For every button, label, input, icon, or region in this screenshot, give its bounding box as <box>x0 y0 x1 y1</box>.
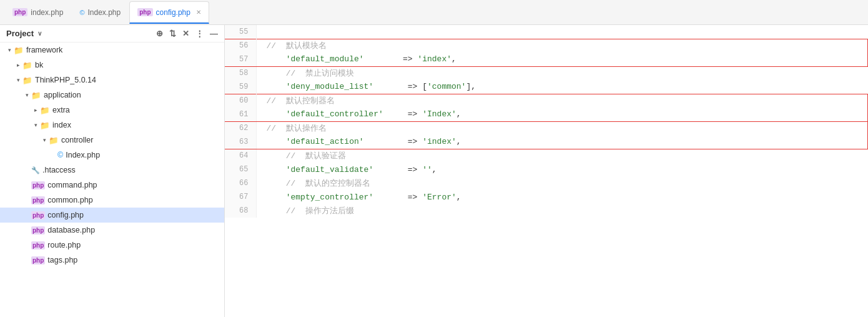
code-string: '' <box>422 165 432 174</box>
tree-item-common-php[interactable]: php common.php <box>0 193 224 208</box>
code-string: 'default_validate' <box>286 165 373 174</box>
toggle-bk[interactable]: ▸ <box>14 62 22 68</box>
tree-item-index-php-file[interactable]: © Index.php <box>0 148 224 163</box>
table-row: 57 'default_module' => 'index', <box>225 53 868 66</box>
toggle-application[interactable]: ▾ <box>22 92 31 98</box>
php-file-icon-command: php <box>31 181 45 189</box>
line-code: // 默认验证器 <box>256 149 868 163</box>
tree-label-command-php: command.php <box>47 181 97 189</box>
tree-item-application[interactable]: ▾ 📁 application <box>0 88 224 103</box>
tree-item-command-php[interactable]: php command.php <box>0 178 224 193</box>
tab-index-php[interactable]: php index.php <box>5 1 71 24</box>
tree-label-index: index <box>52 121 71 129</box>
tree-label-route-php: route.php <box>47 241 81 249</box>
toggle-controller[interactable]: ▾ <box>40 137 49 143</box>
line-code: 'deny_module_list' => ['common'], <box>256 80 868 94</box>
tree-label-application: application <box>44 91 81 99</box>
tree-item-controller[interactable]: ▾ 📁 controller <box>0 133 224 148</box>
line-number: 60 <box>225 94 256 108</box>
tree-item-database-php[interactable]: php database.php <box>0 223 224 238</box>
table-row: 58 // 禁止访问模块 <box>225 66 868 80</box>
comment: // 操作方法后缀 <box>286 206 354 216</box>
tab-bar: php index.php © Index.php php config.php… <box>0 0 868 25</box>
table-row: 65 'default_validate' => '', <box>225 163 868 176</box>
code-string: 'default_controller' <box>286 109 383 119</box>
line-number: 68 <box>225 204 256 218</box>
line-number: 59 <box>225 80 256 94</box>
tab-Index-php-label: Index.php <box>87 8 121 17</box>
table-row: 66 // 默认的空控制器名 <box>225 176 868 190</box>
php-icon-active: php <box>137 8 152 16</box>
toggle-framework[interactable]: ▾ <box>5 47 14 53</box>
table-row: 55 <box>225 25 868 39</box>
sort-icon[interactable]: ⇅ <box>169 29 176 38</box>
project-chevron[interactable]: ∨ <box>37 30 42 37</box>
php-icon: php <box>12 8 27 16</box>
close-icon[interactable]: ✕ <box>182 29 189 38</box>
line-number: 65 <box>225 163 256 176</box>
table-row: 62 // 默认操作名 <box>225 121 868 135</box>
tree-item-htaccess[interactable]: 🔧 .htaccess <box>0 163 224 178</box>
toggle-thinkphp[interactable]: ▾ <box>14 77 22 83</box>
tree-item-tags-php[interactable]: php tags.php <box>0 253 224 268</box>
class-file-icon-index: © <box>57 151 63 159</box>
folder-icon-thinkphp: 📁 <box>22 76 32 85</box>
php-file-icon-route: php <box>31 241 45 249</box>
table-row: 63 'default_action' => 'index', <box>225 135 868 149</box>
tree-item-extra[interactable]: ▸ 📁 extra <box>0 103 224 118</box>
sidebar: Project ∨ ⊕ ⇅ ✕ ⋮ — ▾ 📁 framework ▸ <box>0 25 225 317</box>
tree-label-tags-php: tags.php <box>47 256 77 264</box>
tree-item-config-php[interactable]: php config.php <box>0 208 224 223</box>
toggle-index[interactable]: ▾ <box>31 122 40 128</box>
comment: // 默认模块名 <box>267 41 327 51</box>
tab-config-php[interactable]: php config.php ✕ <box>129 1 209 24</box>
comment: // 禁止访问模块 <box>286 69 354 78</box>
code-string: 'index' <box>422 137 456 146</box>
tab-close-button[interactable]: ✕ <box>196 9 201 16</box>
code-editor[interactable]: 55 56 // 默认模块名 57 'default_module' => 'i… <box>225 25 868 317</box>
tree-label-config-php: config.php <box>47 211 84 219</box>
line-code: 'default_validate' => '', <box>256 163 868 176</box>
htaccess-icon: 🔧 <box>31 166 40 174</box>
line-code: 'empty_controller' => 'Error', <box>256 190 868 204</box>
tree-item-index[interactable]: ▾ 📁 index <box>0 118 224 133</box>
comment: // 默认的空控制器名 <box>286 179 370 188</box>
php-file-icon-tags: php <box>31 256 45 264</box>
toggle-extra[interactable]: ▸ <box>31 107 40 113</box>
class-icon: © <box>79 9 84 16</box>
tree-label-extra: extra <box>52 106 70 114</box>
line-number: 58 <box>225 66 256 80</box>
line-number: 64 <box>225 149 256 163</box>
code-string: 'Error' <box>422 193 456 202</box>
tree-item-thinkphp[interactable]: ▾ 📁 ThinkPHP_5.0.14 <box>0 73 224 88</box>
tree-label-htaccess: .htaccess <box>42 166 76 174</box>
line-code: 'default_controller' => 'Index', <box>256 108 868 121</box>
tree-item-route-php[interactable]: php route.php <box>0 238 224 253</box>
line-code: // 默认模块名 <box>256 39 868 53</box>
table-row: 64 // 默认验证器 <box>225 149 868 163</box>
line-number: 57 <box>225 53 256 66</box>
line-number: 67 <box>225 190 256 204</box>
line-code: // 默认操作名 <box>256 121 868 135</box>
code-string: 'common' <box>427 82 466 91</box>
line-number: 61 <box>225 108 256 121</box>
line-number: 62 <box>225 121 256 135</box>
folder-icon-bk: 📁 <box>22 61 32 70</box>
line-number: 66 <box>225 176 256 190</box>
tab-Index-php[interactable]: © Index.php <box>72 1 128 24</box>
line-code: // 禁止访问模块 <box>256 66 868 80</box>
tree-item-bk[interactable]: ▸ 📁 bk <box>0 58 224 73</box>
comment: // 默认验证器 <box>286 151 346 161</box>
tree-item-framework[interactable]: ▾ 📁 framework <box>0 43 224 58</box>
code-string: 'Index' <box>422 109 456 119</box>
php-file-icon-database: php <box>31 226 45 234</box>
line-code: // 默认的空控制器名 <box>256 176 868 190</box>
add-icon[interactable]: ⊕ <box>156 29 163 38</box>
menu-icon[interactable]: ⋮ <box>195 29 204 38</box>
sidebar-header: Project ∨ ⊕ ⇅ ✕ ⋮ — <box>0 25 224 43</box>
code-string: 'empty_controller' <box>286 193 373 202</box>
tree-label-controller: controller <box>61 136 93 144</box>
minimize-icon[interactable]: — <box>210 29 218 38</box>
table-row: 59 'deny_module_list' => ['common'], <box>225 80 868 94</box>
line-code: // 默认控制器名 <box>256 94 868 108</box>
